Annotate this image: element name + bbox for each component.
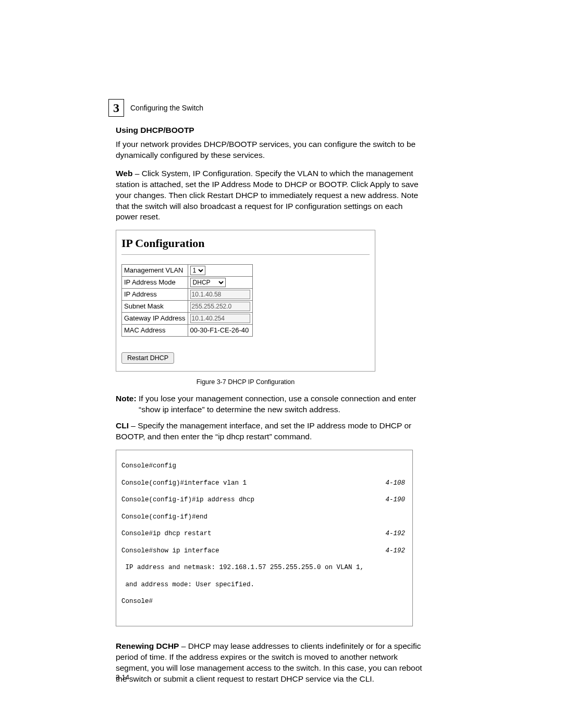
renew-paragraph: Renewing DCHP – DHCP may lease addresses… xyxy=(116,641,423,685)
mgmt-vlan-select[interactable]: 1 xyxy=(190,266,205,275)
mask-label: Subnet Mask xyxy=(122,301,188,313)
gateway-input[interactable] xyxy=(190,314,250,323)
cli-ref: 4-192 xyxy=(385,529,407,538)
cli-paragraph: CLI – Specify the management interface, … xyxy=(116,421,423,442)
cli-line: Console(config-if)#ip address dhcp4-190 xyxy=(121,496,407,504)
main-content: Using DHCP/BOOTP If your network provide… xyxy=(116,125,423,692)
web-label: Web xyxy=(116,169,132,178)
table-row: Management VLAN 1 xyxy=(122,265,253,277)
note-label: Note: xyxy=(116,393,139,415)
ip-label: IP Address xyxy=(122,289,188,301)
cli-line: Console#config xyxy=(121,462,407,470)
intro-paragraph: If your network provides DHCP/BOOTP serv… xyxy=(116,139,423,161)
table-row: IP Address xyxy=(122,289,253,301)
cli-ref xyxy=(405,563,407,572)
ip-cell xyxy=(188,289,252,301)
table-row: IP Address Mode DHCP xyxy=(122,277,253,289)
cli-label: CLI xyxy=(116,421,129,430)
mgmt-vlan-label: Management VLAN xyxy=(122,265,188,277)
cli-cmd: Console(config-if)#ip address dhcp xyxy=(121,496,254,504)
web-paragraph: Web – Click System, IP Configuration. Sp… xyxy=(116,168,423,223)
gw-label: Gateway IP Address xyxy=(122,313,188,325)
cli-ref xyxy=(405,513,407,521)
cli-cmd: Console(config)#interface vlan 1 xyxy=(121,479,247,487)
cli-line: Console(config)#interface vlan 14-108 xyxy=(121,479,407,487)
cli-cmd: Console#ip dhcp restart xyxy=(121,529,212,538)
mode-label: IP Address Mode xyxy=(122,277,188,289)
cli-ref xyxy=(405,462,407,470)
cli-ref: 4-190 xyxy=(385,496,407,504)
cli-line: Console# xyxy=(121,597,407,606)
chapter-title: Configuring the Switch xyxy=(130,104,203,112)
cli-cmd: and address mode: User specified. xyxy=(121,581,254,589)
table-row: MAC Address 00-30-F1-CE-26-40 xyxy=(122,325,253,337)
mgmt-vlan-cell: 1 xyxy=(188,265,252,277)
document-page: 3 Configuring the Switch Using DHCP/BOOT… xyxy=(0,0,563,728)
mac-value: 00-30-F1-CE-26-40 xyxy=(188,325,252,337)
subnet-mask-input[interactable] xyxy=(190,302,250,311)
cli-cmd: Console#config xyxy=(121,462,176,470)
cli-cmd: Console# xyxy=(121,597,153,606)
section-subheading: Using DHCP/BOOTP xyxy=(116,125,423,136)
figure-caption: Figure 3-7 DHCP IP Configuration xyxy=(116,378,375,387)
figure-divider xyxy=(121,254,370,255)
mask-cell xyxy=(188,301,252,313)
cli-cmd: Console#show ip interface xyxy=(121,547,219,555)
cli-cmd: Console(config-if)#end xyxy=(121,513,207,521)
chapter-number-box: 3 xyxy=(108,99,124,117)
page-header: 3 Configuring the Switch xyxy=(108,99,203,117)
cli-ref xyxy=(405,581,407,589)
cli-text: – Specify the management interface, and … xyxy=(116,421,411,441)
ip-config-figure: IP Configuration Management VLAN 1 IP Ad… xyxy=(116,230,375,371)
table-row: Subnet Mask xyxy=(122,301,253,313)
cli-line: and address mode: User specified. xyxy=(121,581,407,589)
cli-cmd: IP address and netmask: 192.168.1.57 255… xyxy=(121,563,364,572)
cli-ref: 4-192 xyxy=(385,547,407,555)
web-text: – Click System, IP Configuration. Specif… xyxy=(116,169,419,221)
restart-dhcp-button[interactable]: Restart DHCP xyxy=(121,352,174,364)
cli-line: Console(config-if)#end xyxy=(121,513,407,521)
mode-select[interactable]: DHCP xyxy=(190,278,226,287)
cli-ref: 4-108 xyxy=(385,479,407,487)
note-text: If you lose your management connection, … xyxy=(139,393,423,415)
cli-line: IP address and netmask: 192.168.1.57 255… xyxy=(121,563,407,572)
ip-address-input[interactable] xyxy=(190,290,250,299)
cli-line: Console#show ip interface4-192 xyxy=(121,547,407,555)
gw-cell xyxy=(188,313,252,325)
mac-label: MAC Address xyxy=(122,325,188,337)
renew-label: Renewing DCHP xyxy=(116,641,179,650)
cli-output-box: Console#config Console(config)#interface… xyxy=(116,450,413,626)
cli-line: Console#ip dhcp restart4-192 xyxy=(121,529,407,538)
mode-cell: DHCP xyxy=(188,277,252,289)
note-block: Note: If you lose your management connec… xyxy=(116,393,423,415)
table-row: Gateway IP Address xyxy=(122,313,253,325)
page-number: 3-14 xyxy=(116,673,129,681)
cli-ref xyxy=(405,597,407,606)
ip-config-table: Management VLAN 1 IP Address Mode DHCP xyxy=(121,264,253,337)
chapter-number: 3 xyxy=(113,101,119,115)
figure-title: IP Configuration xyxy=(121,236,370,251)
